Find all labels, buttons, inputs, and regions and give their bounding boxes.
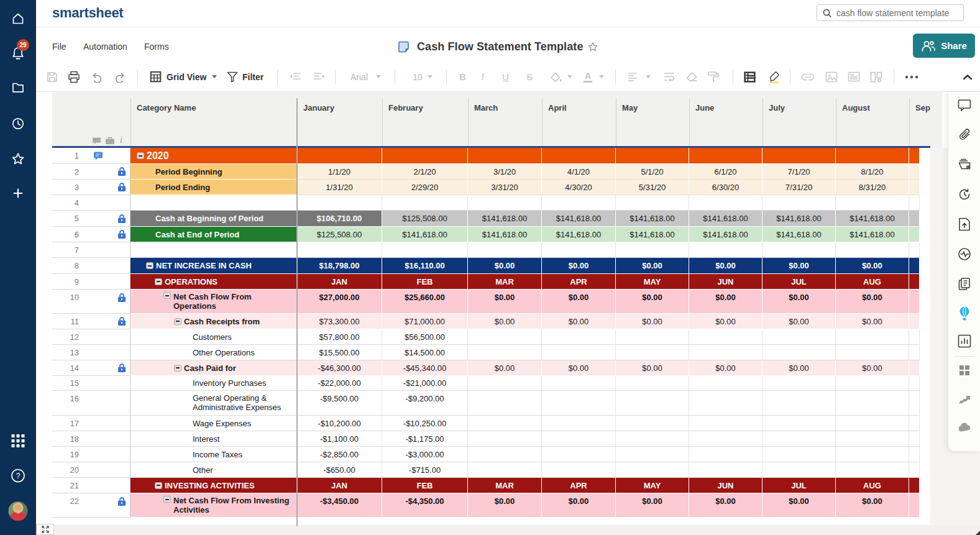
svg-text:A: A — [585, 71, 591, 81]
svg-text:?: ? — [16, 472, 21, 480]
